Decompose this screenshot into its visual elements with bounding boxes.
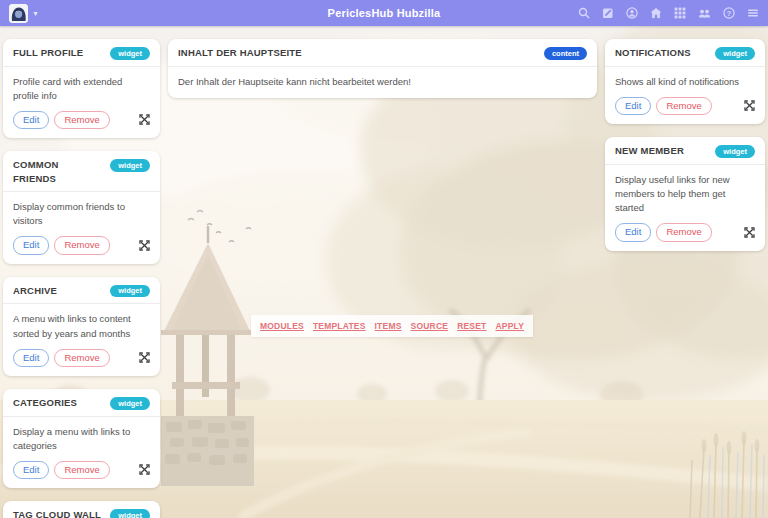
region-aside: FULL PROFILE widget Profile card with ex… (3, 39, 160, 518)
card-header: COMMON FRIENDS widget (3, 151, 160, 192)
home-icon[interactable] (650, 7, 662, 19)
block-card: ARCHIVE widget A menu with links to cont… (3, 277, 160, 376)
remove-button[interactable]: Remove (656, 223, 711, 241)
card-body: Display useful links for new members to … (605, 165, 765, 251)
remove-button[interactable]: Remove (54, 111, 109, 129)
svg-text:?: ? (727, 9, 732, 18)
remove-button[interactable]: Remove (54, 461, 109, 479)
card-description: Display common friends to visitors (13, 200, 150, 229)
move-handle-icon[interactable] (744, 97, 755, 115)
pagebuilder-link-apply[interactable]: APPLY (495, 321, 524, 331)
card-title: CATEGORIES (13, 396, 77, 409)
card-description: A menu with links to content sorted by y… (13, 312, 150, 341)
card-title: NOTIFICATIONS (615, 46, 691, 59)
move-handle-icon[interactable] (139, 111, 150, 129)
card-body: Shows all kind of notifications Edit Rem… (605, 67, 765, 125)
region-content: INHALT DER HAUPTSEITE content Der Inhalt… (168, 39, 597, 98)
card-type-badge: widget (110, 47, 150, 60)
card-body: A menu with links to content sorted by y… (3, 304, 160, 376)
card-type-badge: widget (110, 159, 150, 172)
block-card: NEW MEMBER widget Display useful links f… (605, 137, 765, 251)
card-description: Display a menu with links to categories (13, 425, 150, 454)
help-icon[interactable]: ? (723, 7, 735, 19)
menu-icon[interactable] (747, 7, 759, 19)
card-actions: Edit Remove (615, 223, 755, 241)
card-actions: Edit Remove (615, 97, 755, 115)
card-title: FULL PROFILE (13, 46, 83, 59)
card-type-badge: content (544, 47, 587, 60)
edit-button[interactable]: Edit (615, 223, 651, 241)
card-type-badge: widget (715, 47, 755, 60)
card-body: Display a menu with links to categories … (3, 417, 160, 489)
card-type-badge: widget (110, 285, 150, 298)
edit-button[interactable]: Edit (13, 236, 49, 254)
block-card: NOTIFICATIONS widget Shows all kind of n… (605, 39, 765, 124)
edit-button[interactable]: Edit (13, 111, 49, 129)
card-header: FULL PROFILE widget (3, 39, 160, 67)
card-description: Profile card with extended profile info (13, 75, 150, 104)
block-card: TAG CLOUD WALL widget Display hashtags o… (3, 501, 160, 518)
card-description: Display useful links for new members to … (615, 173, 755, 216)
account-icon[interactable] (626, 7, 638, 19)
apps-icon[interactable] (674, 7, 686, 19)
card-title: TAG CLOUD WALL (13, 508, 101, 518)
pagebuilder-link-source[interactable]: SOURCE (411, 321, 449, 331)
block-card: COMMON FRIENDS widget Display common fri… (3, 151, 160, 263)
card-actions: Edit Remove (13, 461, 150, 479)
card-title: COMMON FRIENDS (13, 158, 104, 185)
card-type-badge: widget (110, 509, 150, 518)
card-description: Shows all kind of notifications (615, 75, 755, 89)
pagebuilder-menu: MODULESTEMPLATESITEMSSOURCERESETAPPLY (251, 315, 533, 337)
block-card: INHALT DER HAUPTSEITE content Der Inhalt… (168, 39, 597, 98)
card-body: Display common friends to visitors Edit … (3, 192, 160, 264)
remove-button[interactable]: Remove (54, 236, 109, 254)
card-body: Profile card with extended profile info … (3, 67, 160, 139)
people-icon[interactable] (698, 7, 711, 19)
avatar[interactable] (9, 4, 28, 23)
card-header: INHALT DER HAUPTSEITE content (168, 39, 597, 67)
nav-icons: ? (578, 7, 759, 19)
pagebuilder-link-templates[interactable]: TEMPLATES (313, 321, 366, 331)
chevron-down-icon[interactable]: ▼ (32, 10, 39, 17)
card-actions: Edit Remove (13, 236, 150, 254)
remove-button[interactable]: Remove (656, 97, 711, 115)
card-description: Der Inhalt der Hauptseite kann nicht bea… (178, 75, 587, 89)
move-handle-icon[interactable] (139, 461, 150, 479)
search-icon[interactable] (578, 7, 590, 19)
pencil-icon[interactable] (602, 7, 614, 19)
pagebuilder-link-items[interactable]: ITEMS (375, 321, 402, 331)
move-handle-icon[interactable] (139, 237, 150, 255)
card-header: NEW MEMBER widget (605, 137, 765, 165)
card-title: INHALT DER HAUPTSEITE (178, 46, 302, 59)
card-type-badge: widget (110, 397, 150, 410)
block-card: CATEGORIES widget Display a menu with li… (3, 389, 160, 488)
region-right-aside: NOTIFICATIONS widget Shows all kind of n… (605, 39, 765, 251)
card-title: ARCHIVE (13, 284, 57, 297)
block-card: FULL PROFILE widget Profile card with ex… (3, 39, 160, 138)
edit-button[interactable]: Edit (13, 349, 49, 367)
card-header: NOTIFICATIONS widget (605, 39, 765, 67)
remove-button[interactable]: Remove (54, 349, 109, 367)
pagebuilder-link-reset[interactable]: RESET (457, 321, 486, 331)
pagebuilder-link-modules[interactable]: MODULES (260, 321, 304, 331)
move-handle-icon[interactable] (139, 349, 150, 367)
navbar: ▼ PericlesHub Hubzilla ? (0, 0, 768, 26)
card-header: CATEGORIES widget (3, 389, 160, 417)
card-type-badge: widget (715, 145, 755, 158)
edit-button[interactable]: Edit (615, 97, 651, 115)
card-header: TAG CLOUD WALL widget (3, 501, 160, 518)
edit-button[interactable]: Edit (13, 461, 49, 479)
card-title: NEW MEMBER (615, 144, 684, 157)
card-header: ARCHIVE widget (3, 277, 160, 305)
card-actions: Edit Remove (13, 111, 150, 129)
move-handle-icon[interactable] (744, 224, 755, 242)
card-actions: Edit Remove (13, 349, 150, 367)
card-body: Der Inhalt der Hauptseite kann nicht bea… (168, 67, 597, 98)
